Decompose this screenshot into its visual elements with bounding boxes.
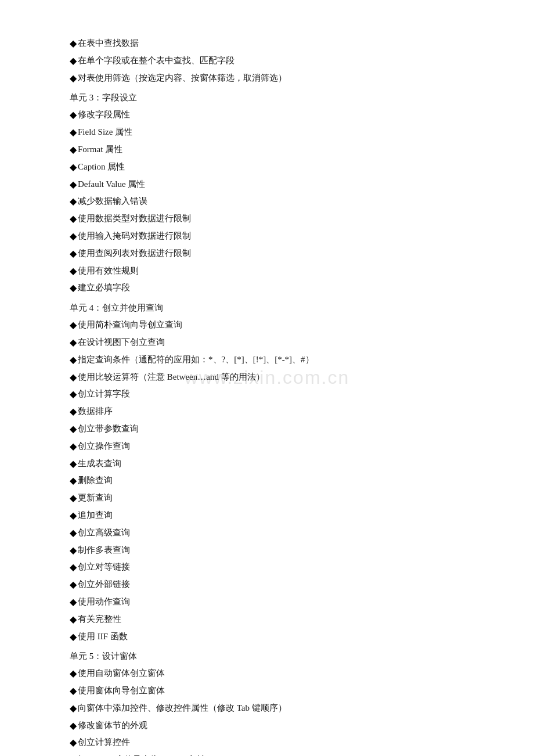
list-item: ◆生成表查询 bbox=[70, 456, 488, 473]
bullet-icon: ◆ bbox=[70, 404, 77, 420]
bullet-icon: ◆ bbox=[70, 246, 77, 262]
item-text: 指定查询条件（通配符的应用如：*、?、[*]、[!*]、[*-*]、#） bbox=[78, 352, 314, 368]
list-item: ◆创立操作查询 bbox=[70, 438, 488, 455]
bullet-icon: ◆ bbox=[70, 142, 77, 159]
item-text: 修改窗体节的外观 bbox=[78, 718, 147, 733]
list-item: ◆使用输入掩码对数据进行限制 bbox=[70, 228, 488, 245]
item-text: Format 属性 bbox=[78, 142, 122, 157]
item-text: 创立操作查询 bbox=[78, 438, 130, 454]
item-text: 创立计算字段 bbox=[78, 386, 130, 402]
bullet-icon: ◆ bbox=[70, 683, 77, 700]
item-text: 减少数据输入错误 bbox=[78, 193, 147, 209]
list-item: ◆更新查询 bbox=[70, 490, 488, 507]
item-text: 在表中查找数据 bbox=[78, 35, 139, 51]
item-text: 数据排序 bbox=[78, 404, 113, 419]
bullet-icon: ◆ bbox=[70, 53, 77, 70]
list-item: ◆Field Size 属性 bbox=[70, 124, 488, 141]
bullet-icon: ◆ bbox=[70, 473, 77, 489]
item-text: 使用自动窗体创立窗体 bbox=[78, 665, 165, 681]
section-title: 单元 4：创立并使用查询 bbox=[70, 300, 488, 316]
item-text: 生成表查询 bbox=[78, 456, 121, 471]
bullet-icon: ◆ bbox=[70, 594, 77, 611]
bullet-icon: ◆ bbox=[70, 35, 77, 52]
bullet-icon: ◆ bbox=[70, 211, 77, 228]
item-text: 使用比较运算符（注意 Between…and 等的用法） bbox=[78, 369, 265, 385]
bullet-icon: ◆ bbox=[70, 70, 77, 87]
item-text: 修改字段属性 bbox=[78, 107, 130, 123]
item-text: 对表使用筛选（按选定内容、按窗体筛选，取消筛选） bbox=[78, 70, 287, 86]
item-text: Field Size 属性 bbox=[78, 124, 132, 140]
item-text: 使用数据类型对数据进行限制 bbox=[78, 211, 191, 226]
section-title: 单元 3：字段设立 bbox=[70, 90, 488, 106]
bullet-icon: ◆ bbox=[70, 735, 77, 751]
list-item: ◆指定查询条件（通配符的应用如：*、?、[*]、[!*]、[*-*]、#） bbox=[70, 352, 488, 369]
list-item: ◆使用数据类型对数据进行限制 bbox=[70, 211, 488, 228]
bullet-icon: ◆ bbox=[70, 107, 77, 124]
item-text: 把 Access 窗体导出为 HTML 文献 bbox=[78, 752, 205, 756]
bullet-icon: ◆ bbox=[70, 700, 77, 717]
item-text: 创立带参数查询 bbox=[78, 421, 139, 437]
list-item: ◆数据排序 bbox=[70, 404, 488, 420]
list-item: ◆创立高级查询 bbox=[70, 525, 488, 542]
list-item: ◆创立对等链接 bbox=[70, 559, 488, 576]
bullet-icon: ◆ bbox=[70, 421, 77, 438]
bullet-icon: ◆ bbox=[70, 159, 77, 176]
item-text: 使用窗体向导创立窗体 bbox=[78, 683, 165, 699]
bullet-icon: ◆ bbox=[70, 280, 77, 297]
item-text: 创立计算控件 bbox=[78, 735, 130, 750]
list-item: ◆修改窗体节的外观 bbox=[70, 718, 488, 735]
bullet-icon: ◆ bbox=[70, 559, 77, 576]
item-text: 追加查询 bbox=[78, 507, 113, 523]
item-text: 使用动作查询 bbox=[78, 594, 130, 610]
item-text: 有关完整性 bbox=[78, 611, 121, 627]
bullet-icon: ◆ bbox=[70, 193, 77, 210]
item-text: 使用有效性规则 bbox=[78, 263, 139, 279]
item-text: 使用简朴查询向导创立查询 bbox=[78, 317, 182, 333]
item-text: Default Value 属性 bbox=[78, 177, 145, 192]
bullet-icon: ◆ bbox=[70, 507, 77, 524]
list-item: ◆向窗体中添加控件、修改控件属性（修改 Tab 键顺序） bbox=[70, 700, 488, 717]
list-item: ◆删除查询 bbox=[70, 473, 488, 489]
item-text: 建立必填字段 bbox=[78, 280, 130, 296]
list-item: ◆创立带参数查询 bbox=[70, 421, 488, 438]
bullet-icon: ◆ bbox=[70, 352, 77, 369]
item-text: 在单个字段或在整个表中查找、匹配字段 bbox=[78, 53, 234, 69]
list-item: ◆使用有效性规则 bbox=[70, 263, 488, 280]
bullet-icon: ◆ bbox=[70, 228, 77, 245]
bullet-icon: ◆ bbox=[70, 317, 77, 334]
item-text: 更新查询 bbox=[78, 490, 113, 506]
list-item: ◆有关完整性 bbox=[70, 611, 488, 628]
list-item: ◆Caption 属性 bbox=[70, 159, 488, 176]
item-text: 使用 IIF 函数 bbox=[78, 629, 128, 645]
item-text: Caption 属性 bbox=[78, 159, 125, 175]
bullet-icon: ◆ bbox=[70, 525, 77, 542]
bullet-icon: ◆ bbox=[70, 334, 77, 351]
item-text: 向窗体中添加控件、修改控件属性（修改 Tab 键顺序） bbox=[78, 700, 287, 716]
list-item: ◆Default Value 属性 bbox=[70, 177, 488, 193]
list-item: ◆在设计视图下创立查询 bbox=[70, 334, 488, 351]
section-title: 单元 5：设计窗体 bbox=[70, 649, 488, 664]
bullet-icon: ◆ bbox=[70, 263, 77, 280]
list-item: ◆使用 IIF 函数 bbox=[70, 629, 488, 646]
list-item: ◆Format 属性 bbox=[70, 142, 488, 159]
list-item: ◆把 Access 窗体导出为 HTML 文献 bbox=[70, 752, 488, 756]
bullet-icon: ◆ bbox=[70, 611, 77, 628]
list-item: ◆建立必填字段 bbox=[70, 280, 488, 297]
bullet-icon: ◆ bbox=[70, 438, 77, 455]
list-item: ◆追加查询 bbox=[70, 507, 488, 524]
bullet-icon: ◆ bbox=[70, 665, 77, 682]
bullet-icon: ◆ bbox=[70, 456, 77, 473]
list-item: ◆减少数据输入错误 bbox=[70, 193, 488, 210]
item-text: 使用输入掩码对数据进行限制 bbox=[78, 228, 191, 244]
list-item: ◆使用比较运算符（注意 Between…and 等的用法） bbox=[70, 369, 488, 386]
bullet-icon: ◆ bbox=[70, 124, 77, 141]
list-item: ◆创立外部链接 bbox=[70, 577, 488, 593]
bullet-icon: ◆ bbox=[70, 490, 77, 507]
item-text: 制作多表查询 bbox=[78, 542, 130, 558]
item-text: 创立外部链接 bbox=[78, 577, 130, 592]
list-item: ◆使用自动窗体创立窗体 bbox=[70, 665, 488, 682]
list-item: ◆使用简朴查询向导创立查询 bbox=[70, 317, 488, 334]
bullet-icon: ◆ bbox=[70, 752, 77, 756]
bullet-icon: ◆ bbox=[70, 369, 77, 386]
item-text: 创立对等链接 bbox=[78, 559, 130, 575]
